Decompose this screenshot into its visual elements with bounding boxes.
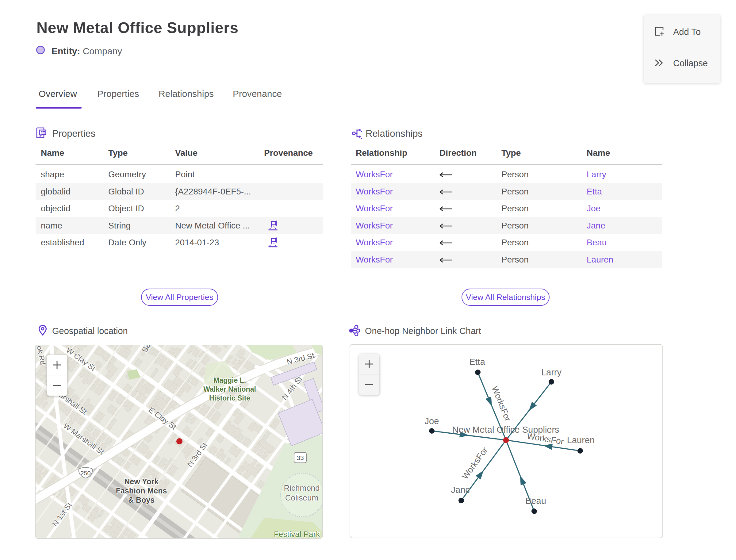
svg-text:Maggie L.: Maggie L.: [213, 376, 246, 384]
svg-text:New Metal Office Suppliers: New Metal Office Suppliers: [452, 425, 559, 435]
svg-text:Historic Site: Historic Site: [209, 394, 250, 402]
svg-text:Beau: Beau: [525, 496, 546, 506]
svg-text:250: 250: [80, 470, 90, 477]
svg-text:Coliseum: Coliseum: [285, 493, 318, 502]
svg-text:Larry: Larry: [541, 367, 562, 377]
svg-text:Richmond: Richmond: [284, 483, 320, 493]
svg-text:Festival Park: Festival Park: [274, 530, 320, 539]
svg-text:Fashion Mens: Fashion Mens: [116, 486, 167, 495]
svg-text:Walker National: Walker National: [203, 385, 256, 393]
svg-text:WorksFor: WorksFor: [460, 445, 489, 481]
svg-text:Etta: Etta: [469, 357, 485, 367]
svg-text:Jane: Jane: [451, 485, 470, 495]
svg-text:WorksFor: WorksFor: [490, 385, 513, 423]
svg-text:33: 33: [297, 454, 304, 461]
svg-text:Joe: Joe: [425, 416, 439, 426]
svg-text:New York: New York: [124, 477, 159, 486]
svg-text:Lauren: Lauren: [567, 435, 595, 445]
svg-text:& Boys: & Boys: [128, 496, 155, 504]
